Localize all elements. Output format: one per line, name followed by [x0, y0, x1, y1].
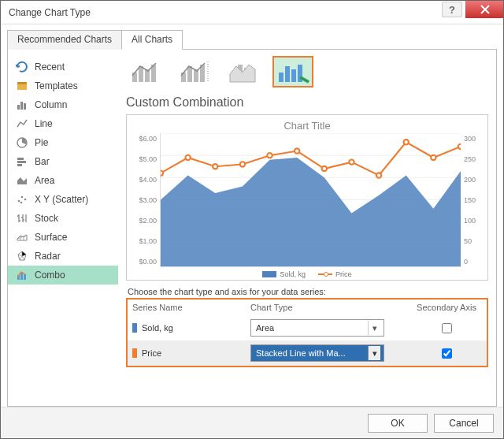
svg-rect-28: [279, 73, 284, 82]
chart-type-dropdown-sold[interactable]: Area ▾: [250, 319, 384, 337]
secondary-axis-checkbox-price[interactable]: [442, 348, 452, 359]
scatter-icon: [16, 193, 28, 206]
combo-subtype-3[interactable]: [224, 56, 265, 87]
chart-type-dropdown-price[interactable]: Stacked Line with Ma... ▾: [250, 344, 384, 362]
sidebar-item-bar[interactable]: Bar: [8, 152, 118, 171]
combo-subtype-1[interactable]: [126, 56, 167, 87]
sidebar-item-line[interactable]: Line: [8, 114, 118, 133]
stock-icon: [16, 212, 28, 225]
sidebar-item-radar[interactable]: Radar: [8, 247, 118, 266]
window-title: Change Chart Type: [9, 7, 91, 18]
tab-bar: Recommended Charts All Charts: [7, 29, 497, 50]
sidebar-item-column[interactable]: Column: [8, 95, 118, 114]
tab-recommended[interactable]: Recommended Charts: [7, 30, 122, 50]
svg-rect-8: [17, 164, 22, 166]
header-chart-type: Chart Type: [250, 303, 411, 312]
plot-canvas: [160, 133, 461, 267]
series-swatch: [132, 348, 137, 358]
pie-icon: [16, 136, 28, 149]
svg-point-9: [18, 200, 20, 203]
svg-rect-21: [187, 66, 192, 82]
svg-point-48: [404, 140, 409, 144]
sidebar-item-area[interactable]: Area: [8, 171, 118, 190]
recent-icon: [16, 61, 28, 73]
svg-point-44: [295, 148, 299, 153]
content-area: Recent Templates Column Line Pie: [7, 50, 497, 407]
main-panel: Custom Combination Chart Title $6.00$5.0…: [118, 50, 496, 406]
dialog-body: Recommended Charts All Charts Recent Tem…: [1, 24, 503, 407]
legend-label-1: Sold, kg: [280, 270, 306, 278]
sidebar-item-label: Templates: [35, 80, 78, 91]
svg-point-45: [322, 166, 327, 171]
svg-point-43: [267, 153, 272, 158]
dropdown-arrow-icon: ▾: [368, 346, 380, 360]
svg-rect-18: [145, 69, 150, 82]
legend-swatch-area: [262, 271, 276, 277]
sidebar-item-scatter[interactable]: X Y (Scatter): [8, 190, 118, 209]
sidebar-item-surface[interactable]: Surface: [8, 228, 118, 247]
chart-legend: Sold, kg Price: [133, 270, 481, 278]
svg-point-46: [349, 159, 354, 164]
chart-plot-area: $6.00$5.00$4.00$3.00$2.00$1.00$0.00 3002…: [133, 133, 481, 267]
sidebar-item-recent[interactable]: Recent: [8, 58, 118, 76]
dropdown-arrow-icon: ▾: [368, 321, 380, 335]
svg-rect-6: [17, 158, 24, 160]
line-icon: [16, 117, 28, 130]
surface-icon: [16, 231, 28, 244]
section-title: Custom Combination: [126, 95, 488, 110]
sidebar-item-combo[interactable]: Combo: [8, 266, 118, 285]
y-axis-left: $6.00$5.00$4.00$3.00$2.00$1.00$0.00: [133, 133, 160, 267]
series-row-sold: Sold, kg Area ▾: [128, 315, 487, 340]
help-button[interactable]: ?: [442, 2, 462, 17]
sidebar-item-label: X Y (Scatter): [35, 194, 88, 205]
sidebar-item-label: Combo: [35, 270, 65, 281]
tab-all-charts[interactable]: All Charts: [121, 30, 183, 50]
svg-rect-29: [285, 66, 290, 82]
ok-button[interactable]: OK: [368, 414, 428, 433]
combo-subtype-custom[interactable]: [272, 56, 313, 87]
sidebar-item-label: Area: [35, 175, 54, 186]
svg-rect-22: [194, 69, 198, 82]
sidebar-item-label: Surface: [35, 232, 67, 243]
svg-rect-1: [17, 82, 27, 84]
dropdown-value: Stacked Line with Ma...: [256, 348, 346, 358]
series-caption: Choose the chart type and axis for your …: [128, 287, 488, 296]
series-config-block: Series Name Chart Type Secondary Axis So…: [126, 298, 488, 367]
bar-icon: [16, 155, 28, 168]
dialog-footer: OK Cancel: [1, 407, 503, 438]
sidebar-item-label: Column: [35, 99, 67, 110]
svg-point-39: [161, 171, 163, 176]
series-row-price: Price Stacked Line with Ma... ▾: [128, 340, 487, 366]
series-name-label: Sold, kg: [142, 323, 173, 333]
cancel-button[interactable]: Cancel: [434, 414, 494, 433]
sidebar-item-label: Recent: [35, 61, 65, 73]
svg-point-49: [431, 155, 435, 160]
y-axis-right: 300250200150100500: [461, 133, 481, 267]
sidebar-item-label: Radar: [35, 251, 61, 262]
series-name-label: Price: [142, 348, 161, 358]
header-secondary-axis: Secondary Axis: [411, 303, 482, 312]
close-button[interactable]: [465, 1, 503, 18]
svg-rect-17: [139, 66, 143, 82]
secondary-axis-checkbox-sold[interactable]: [442, 323, 452, 333]
chart-title: Chart Title: [133, 120, 481, 132]
sidebar-item-templates[interactable]: Templates: [8, 76, 118, 95]
svg-point-11: [24, 199, 27, 201]
svg-rect-4: [24, 103, 26, 110]
svg-point-47: [376, 173, 381, 177]
titlebar: Change Chart Type ?: [1, 1, 503, 24]
series-header-row: Series Name Chart Type Secondary Axis: [128, 299, 487, 315]
legend-label-2: Price: [335, 270, 352, 278]
svg-point-50: [458, 144, 461, 149]
sidebar-item-label: Stock: [35, 213, 58, 224]
combo-subtype-2[interactable]: [175, 56, 216, 87]
radar-icon: [16, 250, 28, 262]
series-swatch: [132, 323, 137, 333]
sidebar-item-pie[interactable]: Pie: [8, 133, 118, 152]
svg-rect-3: [20, 102, 23, 110]
svg-point-40: [185, 155, 190, 160]
sidebar-item-label: Line: [35, 118, 53, 129]
templates-icon: [16, 80, 28, 92]
window-buttons: ?: [442, 1, 503, 18]
sidebar-item-stock[interactable]: Stock: [8, 209, 118, 228]
